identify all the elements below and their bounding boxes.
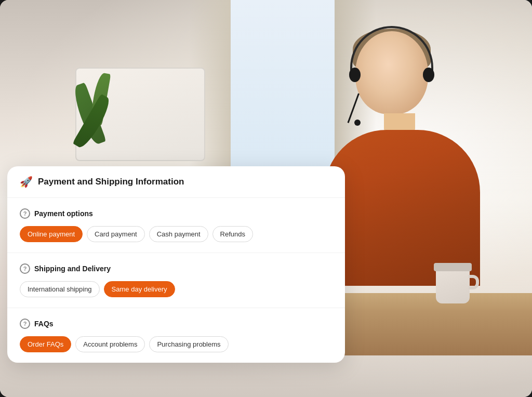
tag-card-payment[interactable]: Card payment: [87, 226, 145, 242]
tag-cash-payment[interactable]: Cash payment: [149, 226, 208, 242]
faqs-section-header: ? FAQs: [20, 319, 332, 329]
question-icon: ?: [20, 208, 30, 219]
card-header: 🚀 Payment and Shipping Information: [7, 166, 345, 198]
headset-band: [350, 26, 433, 73]
tag-purchasing-problems[interactable]: Purchasing problems: [149, 336, 228, 352]
headset-ear-right: [423, 68, 434, 82]
shipping-tags-row: International shipping Same day delivery: [20, 281, 332, 297]
tag-refunds[interactable]: Refunds: [212, 226, 253, 242]
question-icon-faqs: ?: [20, 319, 30, 329]
payment-section-title: Payment options: [34, 209, 93, 218]
faqs-section: ? FAQs Order FAQs Account problems Purch…: [7, 308, 345, 363]
shipping-section-header: ? Shipping and Delivery: [20, 263, 332, 274]
shipping-section: ? Shipping and Delivery International sh…: [7, 253, 345, 308]
rocket-icon: 🚀: [20, 176, 33, 188]
card-title: Payment and Shipping Information: [38, 177, 184, 187]
mic-tip: [354, 120, 361, 126]
tag-order-faqs[interactable]: Order FAQs: [20, 336, 71, 352]
payment-tags-row: Online payment Card payment Cash payment…: [20, 226, 332, 242]
faqs-section-title: FAQs: [34, 320, 54, 328]
mic-arm: [348, 93, 360, 123]
tag-same-day-delivery[interactable]: Same day delivery: [104, 281, 175, 297]
payment-section-header: ? Payment options: [20, 208, 332, 219]
headset-ear-left: [349, 68, 361, 82]
card-body: ? Payment options Online payment Card pa…: [7, 198, 345, 363]
payment-section: ? Payment options Online payment Card pa…: [7, 198, 345, 253]
coffee-mug: [436, 267, 470, 303]
tag-account-problems[interactable]: Account problems: [75, 336, 145, 352]
mug-handle: [469, 275, 479, 289]
mug-top: [434, 263, 472, 271]
faqs-tags-row: Order FAQs Account problems Purchasing p…: [20, 336, 332, 352]
main-card: 🚀 Payment and Shipping Information ? Pay…: [7, 166, 345, 363]
tag-international-shipping[interactable]: International shipping: [20, 281, 100, 297]
person-body: [324, 130, 480, 286]
tag-online-payment[interactable]: Online payment: [20, 226, 83, 242]
question-icon-shipping: ?: [20, 263, 30, 274]
shipping-section-title: Shipping and Delivery: [34, 264, 111, 273]
